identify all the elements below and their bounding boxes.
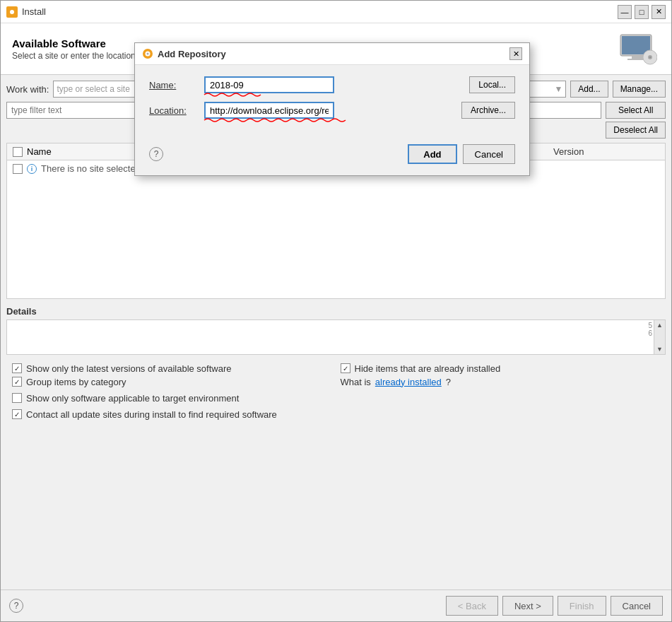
add-repository-dialog: Add Repository ✕ Name: Local... Loca xyxy=(134,42,530,176)
name-input[interactable] xyxy=(204,76,334,93)
back-button[interactable]: < Back xyxy=(446,596,498,616)
latest-versions-label: Show only the latest versions of availab… xyxy=(26,363,232,374)
modal-title-bar: Add Repository ✕ xyxy=(135,43,529,65)
scroll-numbers: 5 6 xyxy=(648,322,652,337)
location-field-label: Location: xyxy=(149,105,199,116)
local-button[interactable]: Local... xyxy=(469,76,515,93)
next-button[interactable]: Next > xyxy=(502,596,553,616)
modal-action-buttons: Add Cancel xyxy=(408,144,515,164)
header-icon xyxy=(615,32,660,66)
hide-installed-label: Hide items that are already installed xyxy=(355,363,501,374)
window-title: Install xyxy=(22,6,46,17)
applicable-to-target-row: Show only software applicable to target … xyxy=(12,393,660,404)
what-is-installed-prefix: What is xyxy=(341,377,371,387)
modal-app-icon xyxy=(142,48,153,59)
what-is-installed-row: What is already installed ? xyxy=(341,377,661,387)
name-input-wrapper xyxy=(204,76,464,93)
svg-point-1 xyxy=(10,10,14,14)
modal-cancel-button[interactable]: Cancel xyxy=(463,144,515,164)
scroll-number-6: 6 xyxy=(648,329,652,337)
select-all-checkbox[interactable] xyxy=(13,147,23,157)
manage-button[interactable]: Manage... xyxy=(613,81,666,98)
location-input-wrapper xyxy=(204,102,456,119)
title-bar: Install — □ ✕ xyxy=(1,1,671,23)
monitor-icon xyxy=(618,32,657,66)
no-site-message: There is no site selected. xyxy=(41,163,143,174)
title-controls: — □ ✕ xyxy=(618,5,666,19)
what-is-installed-suffix: ? xyxy=(446,377,451,387)
archive-button[interactable]: Archive... xyxy=(461,102,515,119)
contact-update-sites-label: Contact all update sites during install … xyxy=(26,409,277,420)
hide-installed-checkbox[interactable] xyxy=(341,363,350,373)
scroll-number-5: 5 xyxy=(648,322,652,329)
squiggly-location xyxy=(204,117,346,123)
details-section: Details ▲ ▼ 5 6 xyxy=(6,306,666,355)
work-with-label: Work with: xyxy=(6,84,49,95)
already-installed-link[interactable]: already installed xyxy=(375,377,442,387)
column-name-label: Name xyxy=(27,146,52,157)
cancel-button[interactable]: Cancel xyxy=(611,596,663,616)
location-input[interactable] xyxy=(204,102,334,119)
checkboxes-section: Show only the latest versions of availab… xyxy=(6,359,666,424)
modal-title-left: Add Repository xyxy=(142,48,226,59)
svg-point-8 xyxy=(649,57,651,58)
applicable-to-target-checkbox[interactable] xyxy=(12,393,22,403)
finish-button[interactable]: Finish xyxy=(558,596,606,616)
row-checkbox[interactable] xyxy=(13,164,23,174)
applicable-to-target-label: Show only software applicable to target … xyxy=(26,393,239,404)
modal-close-button[interactable]: ✕ xyxy=(509,47,522,60)
scroll-down-icon[interactable]: ▼ xyxy=(655,344,664,354)
name-field-row: Name: Local... xyxy=(149,76,515,93)
contact-update-sites-row: Contact all update sites during install … xyxy=(12,409,660,420)
group-by-category-checkbox[interactable] xyxy=(12,377,22,387)
details-content: ▲ ▼ 5 6 xyxy=(6,319,666,355)
contact-update-sites-checkbox[interactable] xyxy=(12,409,22,419)
modal-title-text: Add Repository xyxy=(158,49,226,59)
modal-body: Name: Local... Location: xyxy=(135,65,529,139)
bottom-left: ? xyxy=(9,599,23,613)
app-icon xyxy=(6,6,18,18)
side-buttons: Select All Deselect All xyxy=(606,102,666,139)
column-version-label: Version xyxy=(553,146,659,157)
squiggly-name xyxy=(204,92,261,98)
hide-installed-row: Hide items that are already installed xyxy=(341,363,661,374)
spacer xyxy=(6,428,666,585)
scroll-up-icon[interactable]: ▲ xyxy=(655,320,664,330)
add-button[interactable]: Add... xyxy=(570,81,608,98)
two-column-checks: Show only the latest versions of availab… xyxy=(12,363,660,387)
latest-versions-row: Show only the latest versions of availab… xyxy=(12,363,332,374)
work-with-placeholder: type or select a site xyxy=(57,84,129,94)
combo-arrow-icon: ▼ xyxy=(554,84,562,94)
group-by-category-row: Group items by category xyxy=(12,377,332,387)
minimize-button[interactable]: — xyxy=(618,5,632,19)
latest-versions-checkbox[interactable] xyxy=(12,363,22,373)
scrollbar[interactable]: ▲ ▼ xyxy=(654,320,665,354)
location-field-row: Location: Archive... xyxy=(149,102,515,119)
select-all-button[interactable]: Select All xyxy=(606,102,666,119)
group-by-category-label: Group items by category xyxy=(26,377,126,387)
modal-add-button[interactable]: Add xyxy=(408,144,456,164)
close-button[interactable]: ✕ xyxy=(652,5,666,19)
info-icon: i xyxy=(27,164,37,174)
bottom-bar: ? < Back Next > Finish Cancel xyxy=(1,589,671,621)
svg-rect-4 xyxy=(632,56,643,59)
maximize-button[interactable]: □ xyxy=(635,5,649,19)
details-label: Details xyxy=(6,306,37,317)
modal-footer: ? Add Cancel xyxy=(135,139,529,175)
deselect-all-button[interactable]: Deselect All xyxy=(606,122,666,139)
title-bar-left: Install xyxy=(6,6,46,18)
svg-point-11 xyxy=(147,53,149,55)
name-field-label: Name: xyxy=(149,80,199,90)
bottom-buttons: < Back Next > Finish Cancel xyxy=(446,596,663,616)
modal-help-icon[interactable]: ? xyxy=(149,147,163,161)
help-icon[interactable]: ? xyxy=(9,599,23,613)
